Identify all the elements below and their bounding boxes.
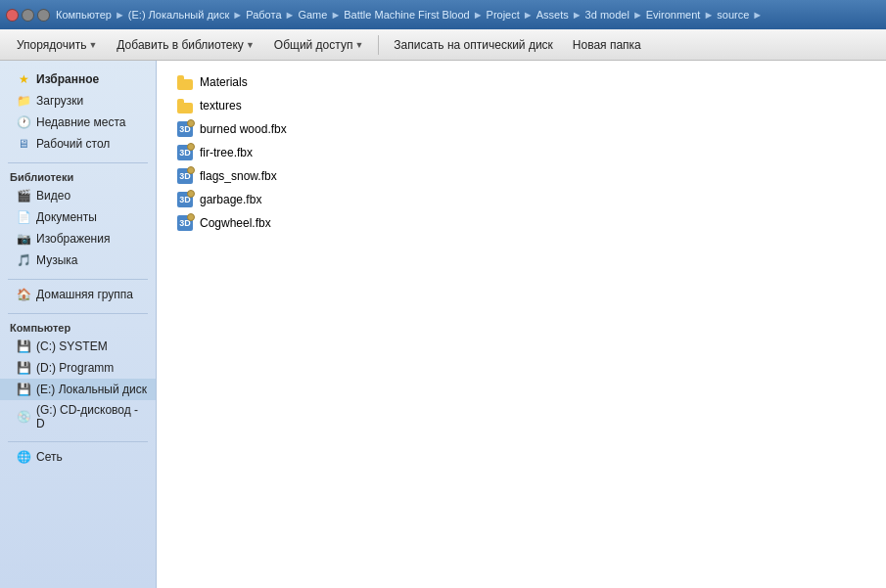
desktop-icon: 🖥 [16,136,31,152]
breadcrumb-item[interactable]: source [717,9,749,21]
libraries-title: Библиотеки [0,167,156,185]
fbx-icon: 3D [176,214,194,232]
sidebar-item-drive-e[interactable]: 💾 (E:) Локальный диск [0,379,156,400]
folder-icon [176,97,194,114]
music-icon: 🎵 [16,252,31,268]
fbx-icon: 3D [176,167,194,185]
minimize-button[interactable] [22,9,34,22]
toolbar: Упорядочить ▼ Добавить в библиотеку ▼ Об… [0,29,886,61]
fbx-icon: 3D [176,120,194,138]
sidebar-item-downloads[interactable]: 📁 Загрузки [0,90,156,112]
file-item-materials[interactable]: Materials [172,70,870,94]
sidebar-item-desktop[interactable]: 🖥 Рабочий стол [0,133,156,155]
separator [378,35,379,55]
folder-icon [176,73,194,91]
burn-disc-button[interactable]: Записать на оптический диск [385,34,562,56]
sidebar-item-images[interactable]: 📷 Изображения [0,228,156,249]
add-to-library-button[interactable]: Добавить в библиотеку ▼ [108,34,262,56]
breadcrumb-item[interactable]: Project [487,9,520,21]
sidebar-divider [8,279,148,280]
maximize-button[interactable] [37,9,50,22]
sidebar-divider [8,313,148,314]
sidebar-item-documents[interactable]: 📄 Документы [0,206,156,228]
sidebar-item-drive-c[interactable]: 💾 (C:) SYSTEM [0,336,156,357]
file-item-fir-tree[interactable]: 3D fir-tree.fbx [172,141,870,164]
file-item-textures[interactable]: textures [172,94,870,117]
image-icon: 📷 [16,231,31,247]
drive-icon: 💾 [16,360,31,376]
breadcrumb-item[interactable]: Battle Machine First Blood [344,9,469,21]
sidebar-divider [8,162,148,163]
sidebar-section-libraries: Библиотеки 🎬 Видео 📄 Документы 📷 Изображ… [0,167,156,271]
sidebar-section-favorites: ★ Избранное 📁 Загрузки 🕐 Недавние места … [0,68,156,155]
video-icon: 🎬 [16,188,31,204]
title-bar: Компьютер ► (E:) Локальный диск ► Работа… [0,0,886,29]
breadcrumb-item[interactable]: Game [298,9,327,21]
fbx-icon: 3D [176,191,194,208]
main-layout: ★ Избранное 📁 Загрузки 🕐 Недавние места … [0,61,886,588]
sidebar-item-drive-g[interactable]: 💿 (G:) CD-дисковод - D [0,400,156,433]
drive-icon: 💾 [16,339,31,354]
sidebar: ★ Избранное 📁 Загрузки 🕐 Недавние места … [0,61,157,588]
organize-button[interactable]: Упорядочить ▼ [8,34,106,56]
breadcrumb-item[interactable]: (E:) Локальный диск [128,9,230,21]
sidebar-item-network[interactable]: 🌐 Сеть [0,446,156,468]
network-icon: 🌐 [16,449,31,465]
sidebar-section-homegroup: 🏠 Домашняя группа [0,284,156,305]
file-area: Materials textures 3D burned wood.fbx 3D… [157,61,886,588]
file-item-burned-wood[interactable]: 3D burned wood.fbx [172,117,870,141]
sidebar-item-favorites-header: ★ Избранное [0,68,156,90]
window-controls [6,9,50,22]
file-item-flags-snow[interactable]: 3D flags_snow.fbx [172,164,870,188]
homegroup-icon: 🏠 [16,287,31,302]
folder-icon: 📁 [16,93,31,109]
breadcrumb-item[interactable]: Evironment [646,9,701,21]
file-item-cogwheel[interactable]: 3D Cogwheel.fbx [172,211,870,235]
close-button[interactable] [6,9,19,22]
chevron-down-icon: ▼ [246,40,255,50]
breadcrumb-item[interactable]: Assets [536,9,569,21]
document-icon: 📄 [16,209,31,225]
fbx-icon: 3D [176,144,194,161]
cdrom-icon: 💿 [16,409,31,425]
breadcrumb-item[interactable]: 3d model [585,9,630,21]
sidebar-item-video[interactable]: 🎬 Видео [0,185,156,206]
sidebar-divider [8,441,148,442]
sidebar-item-drive-d[interactable]: 💾 (D:) Programm [0,357,156,379]
recent-icon: 🕐 [16,114,31,130]
new-folder-button[interactable]: Новая папка [564,34,650,56]
drive-icon: 💾 [16,382,31,397]
sidebar-item-recent[interactable]: 🕐 Недавние места [0,112,156,133]
sidebar-section-network: 🌐 Сеть [0,446,156,468]
computer-title: Компьютер [0,318,156,336]
share-button[interactable]: Общий доступ ▼ [265,34,373,56]
breadcrumb: Компьютер ► (E:) Локальный диск ► Работа… [56,9,880,21]
star-icon: ★ [16,71,31,87]
chevron-down-icon: ▼ [354,40,363,50]
breadcrumb-item[interactable]: Компьютер [56,9,112,21]
sidebar-section-computer: Компьютер 💾 (C:) SYSTEM 💾 (D:) Programm … [0,318,156,433]
sidebar-item-homegroup[interactable]: 🏠 Домашняя группа [0,284,156,305]
sidebar-item-music[interactable]: 🎵 Музыка [0,249,156,271]
breadcrumb-item[interactable]: Работа [246,9,281,21]
chevron-down-icon: ▼ [88,40,97,50]
file-item-garbage[interactable]: 3D garbage.fbx [172,188,870,211]
